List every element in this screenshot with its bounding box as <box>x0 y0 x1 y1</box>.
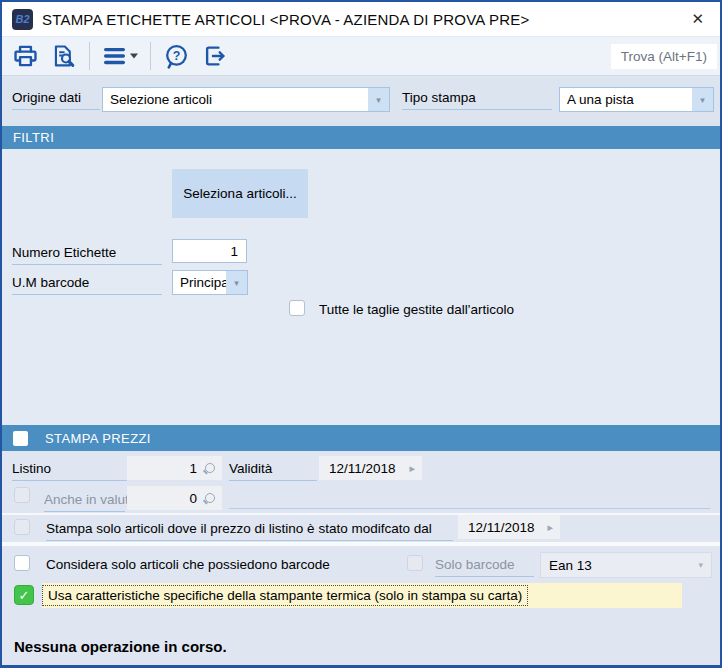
tipo-stampa-select[interactable]: A una pista ▾ <box>559 87 714 112</box>
chevron-down-icon: ▾ <box>698 560 703 570</box>
solo-barcode-value: Ean 13 <box>549 558 698 573</box>
find-shortcut[interactable]: Trova (Alt+F1) <box>611 44 717 69</box>
tipo-stampa-value: A una pista <box>560 92 692 107</box>
modificato-label: Stampa solo articoli dove il prezzo di l… <box>46 521 453 541</box>
um-barcode-label: U.M barcode <box>12 275 162 295</box>
status-message: Nessuna operazione in corso. <box>14 638 227 655</box>
menu-icon <box>102 43 127 69</box>
svg-text:?: ? <box>173 49 181 63</box>
anche-in-valuta-lookup-field: 0 <box>127 486 222 510</box>
empty-underline-field <box>229 486 710 509</box>
listino-value: 1 <box>133 461 197 476</box>
chevron-down-icon[interactable]: ▾ <box>226 271 247 294</box>
termica-checkbox[interactable]: ✓ <box>14 585 34 605</box>
lookup-icon <box>203 492 216 505</box>
filtri-section: Seleziona articoli... Numero Etichette U… <box>2 149 720 425</box>
solo-barcode-select: Ean 13 ▾ <box>540 552 712 578</box>
tipo-stampa-label: Tipo stampa <box>402 90 552 110</box>
toolbar-separator <box>89 42 90 70</box>
seleziona-articoli-button[interactable]: Seleziona articoli... <box>172 169 308 218</box>
tutte-taglie-label: Tutte le taglie gestite dall'articolo <box>319 302 514 317</box>
print-preview-button[interactable] <box>48 41 79 71</box>
origine-dati-value: Selezione articoli <box>103 92 368 107</box>
solo-barcode-checkbox <box>407 555 423 571</box>
lookup-icon[interactable] <box>203 462 216 475</box>
numero-etichette-input[interactable] <box>172 239 247 263</box>
titlebar: B2 STAMPA ETICHETTE ARTICOLI <PROVA - AZ… <box>2 2 720 36</box>
considera-barcode-label: Considera solo articoli che possiedono b… <box>46 557 330 572</box>
anche-in-valuta-value: 0 <box>133 491 197 506</box>
print-icon <box>12 43 39 69</box>
exit-button[interactable] <box>199 41 230 71</box>
modificato-checkbox <box>14 519 30 535</box>
print-button[interactable] <box>10 41 41 71</box>
help-icon: ? <box>163 43 190 69</box>
window: B2 STAMPA ETICHETTE ARTICOLI <PROVA - AZ… <box>0 0 722 668</box>
anche-in-valuta-checkbox <box>14 487 30 503</box>
chevron-down-icon[interactable]: ▾ <box>368 88 389 111</box>
termica-label[interactable]: Usa caratteristiche specifiche della sta… <box>42 585 528 606</box>
form-row: Origine dati Selezione articoli ▾ Tipo s… <box>2 77 720 126</box>
um-barcode-select[interactable]: Principale ▾ <box>172 270 248 295</box>
validita-label: Validità <box>229 461 317 481</box>
options-section: Considera solo articoli che possiedono b… <box>2 546 720 665</box>
validita-date-field[interactable]: 12/11/2018 ▸ <box>319 456 422 480</box>
app-logo-icon: B2 <box>12 9 33 30</box>
termica-highlight-row: Usa caratteristiche specifiche della sta… <box>42 583 682 608</box>
validita-value: 12/11/2018 <box>329 461 409 476</box>
solo-barcode-label: Solo barcode <box>435 557 534 577</box>
stampa-prezzi-checkbox[interactable] <box>13 431 28 446</box>
exit-icon <box>201 43 228 69</box>
arrow-right-icon: ▸ <box>547 521 553 534</box>
arrow-right-icon[interactable]: ▸ <box>409 462 415 475</box>
stampa-prezzi-section: Listino 1 Validità 12/11/2018 ▸ Anche in… <box>2 451 720 542</box>
row-divider <box>2 513 720 515</box>
close-icon[interactable]: ✕ <box>685 8 710 30</box>
print-preview-icon <box>50 43 77 69</box>
modificato-value: 12/11/2018 <box>468 520 547 535</box>
numero-etichette-label: Numero Etichette <box>12 245 162 265</box>
menu-button[interactable] <box>100 41 140 71</box>
help-button[interactable]: ? <box>161 41 192 71</box>
window-title: STAMPA ETICHETTE ARTICOLI <PROVA - AZIEN… <box>42 11 676 28</box>
chevron-down-icon[interactable]: ▾ <box>692 88 713 111</box>
origine-dati-label: Origine dati <box>12 90 100 110</box>
filtri-header-label: FILTRI <box>13 130 54 145</box>
modificato-date-field: 12/11/2018 ▸ <box>458 515 560 539</box>
filtri-section-header: FILTRI <box>2 126 720 149</box>
toolbar-separator <box>150 42 151 70</box>
considera-barcode-checkbox[interactable] <box>14 555 30 571</box>
origine-dati-select[interactable]: Selezione articoli ▾ <box>102 87 390 112</box>
caret-down-icon <box>130 53 138 59</box>
stampa-prezzi-section-header: STAMPA PREZZI <box>2 425 720 451</box>
tutte-taglie-checkbox[interactable] <box>289 300 305 316</box>
stampa-prezzi-header-label: STAMPA PREZZI <box>45 431 151 446</box>
listino-lookup-field[interactable]: 1 <box>127 456 222 480</box>
check-icon: ✓ <box>19 588 30 603</box>
anche-in-valuta-label: Anche in valuta <box>44 492 125 512</box>
listino-label: Listino <box>12 461 127 481</box>
um-barcode-value: Principale <box>173 275 226 290</box>
toolbar: ? Trova (Alt+F1) <box>2 36 720 76</box>
